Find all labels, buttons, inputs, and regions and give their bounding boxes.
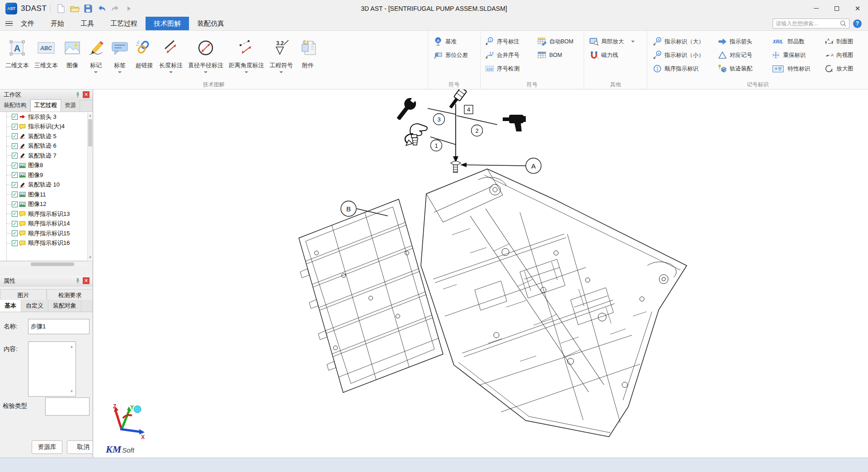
indicator-mark-small-button[interactable]: a 指示标识（小） <box>651 50 716 61</box>
menu-tab-assembly-simulation[interactable]: 装配仿真 <box>189 17 232 30</box>
important-safety-mark-button[interactable]: 重保标识 <box>769 50 823 61</box>
pin-icon[interactable] <box>75 278 80 284</box>
tree-item[interactable]: ✓图像9 <box>0 170 93 180</box>
menu-tab-file[interactable]: 文件 <box>13 17 42 30</box>
dropdown-caret-icon[interactable] <box>631 41 635 42</box>
tab-custom[interactable]: 自定义 <box>21 300 48 312</box>
save-button[interactable] <box>81 3 95 14</box>
tree-item[interactable]: ✓图像11 <box>0 190 93 200</box>
distance-angle-dimension-button[interactable]: 距离角度标注 <box>226 33 267 75</box>
diameter-radius-dimension-button[interactable]: 直径半径标注 <box>185 33 226 75</box>
correspondence-mark-button[interactable]: 对应记号 <box>716 50 769 61</box>
minimize-button[interactable] <box>806 0 826 17</box>
tab-assembly-structure[interactable]: 装配结构 <box>0 100 30 112</box>
toolbar-expand-button[interactable] <box>122 3 136 14</box>
geometric-tolerance-button[interactable]: 形位公差 <box>432 50 480 61</box>
maximize-button[interactable] <box>826 0 847 17</box>
properties-close-icon[interactable]: ✕ <box>83 277 90 284</box>
drawing-canvas[interactable]: 1 2 3 4 A B <box>93 89 868 458</box>
checkbox-checked[interactable]: ✓ <box>12 192 18 197</box>
help-button[interactable]: ? <box>853 19 862 28</box>
track-assembly-button[interactable]: 轨迹装配 <box>716 63 769 74</box>
tree-item[interactable]: ✓顺序指示标识13 <box>0 209 93 219</box>
mark-button[interactable]: 标记 <box>84 33 108 75</box>
close-button[interactable]: ✕ <box>847 0 868 17</box>
checkbox-checked[interactable]: ✓ <box>12 133 18 139</box>
tree-item[interactable]: ✓装配轨迹 6 <box>0 141 93 151</box>
cancel-button[interactable]: 取消 <box>67 440 93 454</box>
check-type-input[interactable] <box>45 397 90 416</box>
redo-button[interactable] <box>108 3 122 14</box>
tab-process[interactable]: 工艺过程 <box>30 99 61 112</box>
part-count-button[interactable]: XR/L 部品数 <box>769 36 823 47</box>
attachment-button[interactable]: 附件 <box>296 33 320 75</box>
tab-basic[interactable]: 基本 <box>0 300 21 312</box>
hamburger-icon[interactable] <box>5 17 13 30</box>
merge-balloon-button[interactable]: 12 合并序号 <box>483 50 536 61</box>
label-button[interactable]: 标签 <box>108 33 132 75</box>
engineering-symbol-button[interactable]: 3.2 工程符号 <box>267 33 296 75</box>
open-folder-button[interactable] <box>68 3 81 14</box>
search-input[interactable]: 请输入您想搜索... <box>773 19 849 28</box>
balloon-check-button[interactable]: 123 序号检测 <box>483 63 536 74</box>
tab-resource[interactable]: 资源 <box>61 100 80 112</box>
checkbox-checked[interactable]: ✓ <box>12 153 18 159</box>
checkbox-checked[interactable]: ✓ <box>12 230 18 236</box>
bom-button[interactable]: BOM <box>536 50 581 61</box>
tree-item[interactable]: ✓装配轨迹 10 <box>0 180 93 190</box>
tree-item[interactable]: ✓指示箭头 3 <box>0 112 93 122</box>
tree-horizontal-scrollbar[interactable] <box>0 261 88 266</box>
sequence-indicator-button[interactable]: 1 顺序指示标识 <box>651 63 716 74</box>
tab-assembly-object[interactable]: 装配对象 <box>48 300 81 312</box>
tree-item[interactable]: ✓指示标识(大)4 <box>0 122 93 132</box>
menu-tab-technical-illustration[interactable]: 技术图解 <box>146 17 189 30</box>
menu-tab-start[interactable]: 开始 <box>42 17 72 30</box>
menu-tab-tools[interactable]: 工具 <box>72 17 102 30</box>
tree-item[interactable]: ✓图像8 <box>0 161 93 171</box>
name-input[interactable]: 步骤1 <box>28 319 90 334</box>
checkbox-checked[interactable]: ✓ <box>12 143 18 149</box>
tree-item[interactable]: ✓顺序指示标识15 <box>0 229 93 238</box>
checkbox-checked[interactable]: ✓ <box>12 124 18 130</box>
direction-view-button[interactable]: A 向视图 <box>823 50 868 61</box>
auto-bom-button[interactable]: 自动BOM <box>536 36 581 47</box>
new-document-button[interactable] <box>54 3 68 14</box>
scroll-up-icon[interactable]: ▲ <box>69 344 75 350</box>
checkbox-checked[interactable]: ✓ <box>12 201 18 207</box>
merge-balloon-label: 合并序号 <box>497 51 519 59</box>
menu-tab-process[interactable]: 工艺过程 <box>102 17 146 30</box>
2d-text-button[interactable]: A 二维文本 <box>3 33 32 75</box>
section-view-button[interactable]: AA 剖面图 <box>823 36 868 47</box>
detail-view-button[interactable]: 局部放大 <box>588 36 647 47</box>
characteristic-mark-button[interactable]: 水密 特性标识 <box>769 63 823 74</box>
hyperlink-button[interactable]: 超链接 <box>132 33 156 75</box>
checkbox-checked[interactable]: ✓ <box>12 182 18 188</box>
checkbox-checked[interactable]: ✓ <box>12 163 18 168</box>
checkbox-checked[interactable]: ✓ <box>12 114 18 120</box>
tree-item[interactable]: ✓顺序指示标识16 <box>0 238 93 248</box>
tree-item[interactable]: ✓装配轨迹 7 <box>0 151 93 161</box>
resource-library-button[interactable]: 资源库 <box>32 440 62 454</box>
magnetic-line-button[interactable]: 磁力线 <box>588 50 647 61</box>
enlarged-view-button[interactable]: A 放大图 <box>823 63 868 74</box>
checkbox-checked[interactable]: ✓ <box>12 172 18 178</box>
checkbox-checked[interactable]: ✓ <box>12 240 18 246</box>
tree-item[interactable]: ✓顺序指示标识14 <box>0 219 93 229</box>
length-dimension-button[interactable]: 长度标注 <box>156 33 185 75</box>
indicator-arrow-button[interactable]: 指示箭头 <box>716 36 769 47</box>
undo-button[interactable] <box>95 3 108 14</box>
indicator-mark-large-button[interactable]: A 指示标识（大） <box>651 36 716 47</box>
image-button[interactable]: 图像 <box>61 33 84 75</box>
scroll-down-icon[interactable]: ▼ <box>69 388 75 394</box>
checkbox-checked[interactable]: ✓ <box>12 221 18 227</box>
tree-item[interactable]: ✓图像12 <box>0 200 93 210</box>
content-textarea[interactable]: ▲ ▼ <box>28 341 76 397</box>
pin-icon[interactable] <box>75 92 80 98</box>
tree-vertical-scrollbar[interactable]: ▲▼ <box>87 113 92 260</box>
datum-button[interactable]: A 基准 <box>432 36 480 47</box>
balloon-annotation-button[interactable]: 1 序号标注 <box>483 36 536 47</box>
workspace-close-icon[interactable]: ✕ <box>83 91 90 98</box>
3d-text-button[interactable]: ABC 三维文本 <box>32 33 61 75</box>
checkbox-checked[interactable]: ✓ <box>12 211 18 217</box>
tree-item[interactable]: ✓装配轨迹 5 <box>0 131 93 141</box>
